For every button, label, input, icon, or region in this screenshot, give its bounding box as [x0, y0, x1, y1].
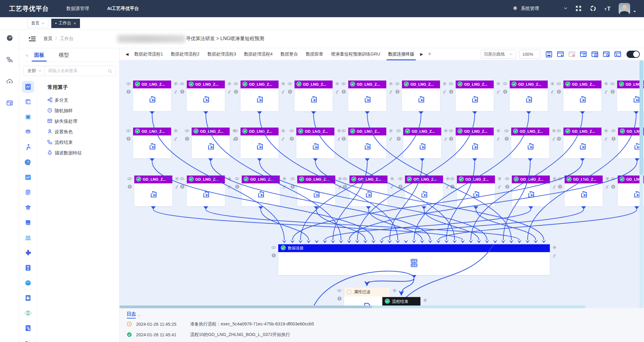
eye-icon[interactable]: [289, 128, 295, 134]
chart-doc-icon[interactable]: [24, 83, 32, 90]
stop-icon[interactable]: [568, 50, 576, 58]
chevron-down-icon[interactable]: ⌄: [138, 313, 141, 317]
node-source-dataset[interactable]: GD_LNG_Z...: [456, 81, 494, 111]
flow-tab[interactable]: 喷淋量短程预测训练GRU: [327, 48, 384, 60]
operator-item[interactable]: 缺失值处理: [47, 116, 119, 127]
node-source-dataset[interactable]: GD_LNG_Z...: [242, 176, 280, 206]
panel-collapse-icon[interactable]: ‹: [26, 52, 28, 59]
eye-icon[interactable]: [126, 81, 131, 87]
operator-item[interactable]: 随机抽样: [47, 106, 119, 116]
gear-icon[interactable]: [280, 128, 286, 134]
pencil-icon[interactable]: [173, 136, 179, 141]
tab-panel[interactable]: 面板: [33, 49, 45, 62]
eye-icon[interactable]: [179, 176, 185, 182]
pencil-icon[interactable]: [550, 89, 555, 94]
eye-icon[interactable]: [394, 81, 400, 87]
folder-icon[interactable]: [24, 340, 32, 342]
tabs-scroll-left-icon[interactable]: ◀: [124, 52, 130, 56]
pencil-icon[interactable]: [280, 89, 286, 94]
breadcrumb-home[interactable]: 首页: [43, 36, 53, 42]
close-icon[interactable]: ×: [74, 21, 76, 26]
eye-icon[interactable]: [449, 176, 455, 182]
node-source-dataset[interactable]: GD_LNG_Z...: [512, 176, 550, 206]
eye-icon[interactable]: [556, 128, 562, 134]
flow-tab[interactable]: 数据处理流程2: [167, 48, 203, 60]
zoom-select[interactable]: 100%: [519, 50, 540, 59]
close-icon[interactable]: ×: [42, 21, 44, 26]
warning-icon[interactable]: [336, 296, 342, 301]
gear-icon[interactable]: [422, 297, 428, 303]
book-icon[interactable]: [24, 219, 32, 226]
flow-tab[interactable]: 数据处理流程3: [203, 48, 240, 60]
eye-icon[interactable]: [342, 176, 348, 182]
node-source-dataset[interactable]: GD_LNG_Z...: [402, 81, 440, 111]
gear-icon[interactable]: [603, 81, 609, 87]
node-source-dataset[interactable]: GD_LNG_Z...: [187, 176, 225, 206]
pencil-icon[interactable]: [552, 184, 557, 189]
eye-icon[interactable]: [504, 128, 509, 134]
cube-icon[interactable]: [24, 279, 32, 287]
eye-icon[interactable]: [556, 81, 562, 87]
warning-icon[interactable]: [504, 136, 509, 141]
node-source-dataset[interactable]: GD_LNG_Z...: [456, 128, 494, 158]
node-source-dataset[interactable]: GD_LNG_Z...: [563, 128, 601, 158]
eye-icon[interactable]: [336, 288, 342, 293]
pencil-icon[interactable]: [496, 89, 501, 94]
pencil-icon[interactable]: [603, 136, 609, 141]
flow-tab[interactable]: 数据处理流程1: [130, 48, 167, 60]
tab-workbench[interactable]: ● 工作台 ×: [51, 19, 80, 28]
pencil-icon[interactable]: [227, 89, 232, 94]
fullscreen-icon[interactable]: [575, 5, 582, 12]
eye-icon[interactable]: [233, 128, 239, 134]
export-icon[interactable]: [591, 50, 599, 58]
loop-icon[interactable]: [590, 5, 597, 12]
ai-head-icon[interactable]: [24, 159, 32, 166]
gear-icon[interactable]: [552, 176, 557, 182]
run-icon[interactable]: [556, 50, 564, 58]
warning-icon[interactable]: [502, 89, 508, 94]
pencil-icon[interactable]: [497, 184, 502, 189]
node-source-dataset[interactable]: GD_LNG_Z...: [297, 176, 335, 206]
report-doc-icon[interactable]: [24, 325, 32, 332]
pencil-icon[interactable]: [173, 89, 179, 94]
node-source-dataset[interactable]: GD_LNG_Z...: [295, 81, 333, 111]
warning-icon[interactable]: [126, 89, 131, 94]
curve-type-select[interactable]: 贝塞尔曲线: [480, 50, 516, 59]
gear-icon[interactable]: [282, 176, 287, 182]
eye-icon[interactable]: [448, 81, 454, 87]
refresh-icon[interactable]: [579, 50, 587, 58]
caret-down-icon[interactable]: [633, 8, 636, 14]
pie-doc-icon[interactable]: [24, 294, 32, 302]
node-source-dataset[interactable]: GD_LNG_Z...: [510, 81, 548, 111]
pencil-icon[interactable]: [552, 252, 557, 258]
eye-icon[interactable]: [234, 176, 240, 182]
node-source-dataset[interactable]: GD_LNG_Z...: [348, 128, 386, 158]
pencil-icon[interactable]: [227, 184, 232, 189]
pencil-icon[interactable]: [334, 89, 340, 94]
database-icon[interactable]: [24, 189, 32, 196]
warning-icon[interactable]: [504, 184, 510, 189]
chip-icon[interactable]: [24, 113, 32, 121]
eye-icon[interactable]: [127, 176, 132, 182]
eye-icon[interactable]: [610, 81, 615, 87]
node-source-dataset[interactable]: GD_LNG_Z...: [563, 81, 601, 111]
warning-icon[interactable]: [342, 184, 348, 189]
node-source-dataset[interactable]: GD_LNG_Z...: [403, 128, 441, 158]
puzzle-icon[interactable]: [24, 249, 32, 256]
category-select[interactable]: 全部: [24, 66, 45, 76]
gear-icon[interactable]: [496, 128, 501, 134]
database-cloud-icon[interactable]: [24, 128, 32, 136]
gear-icon[interactable]: [173, 128, 179, 134]
node-source-dataset[interactable]: GD_LNG_Z...: [511, 128, 549, 158]
log-title[interactable]: 日志: [127, 311, 136, 318]
warning-icon[interactable]: [448, 136, 454, 141]
person-walk-icon[interactable]: [24, 144, 32, 151]
eye-icon[interactable]: [271, 245, 276, 250]
pencil-icon[interactable]: [496, 136, 501, 141]
chevron-down-icon[interactable]: [563, 6, 568, 12]
eye-icon[interactable]: [290, 176, 295, 182]
menu-datasource[interactable]: 数据源管理: [66, 6, 89, 11]
node-source-dataset[interactable]: GD_LNG_Z...: [565, 176, 603, 206]
pencil-icon[interactable]: [388, 136, 394, 141]
operator-item[interactable]: 描述数据特征: [47, 148, 119, 158]
